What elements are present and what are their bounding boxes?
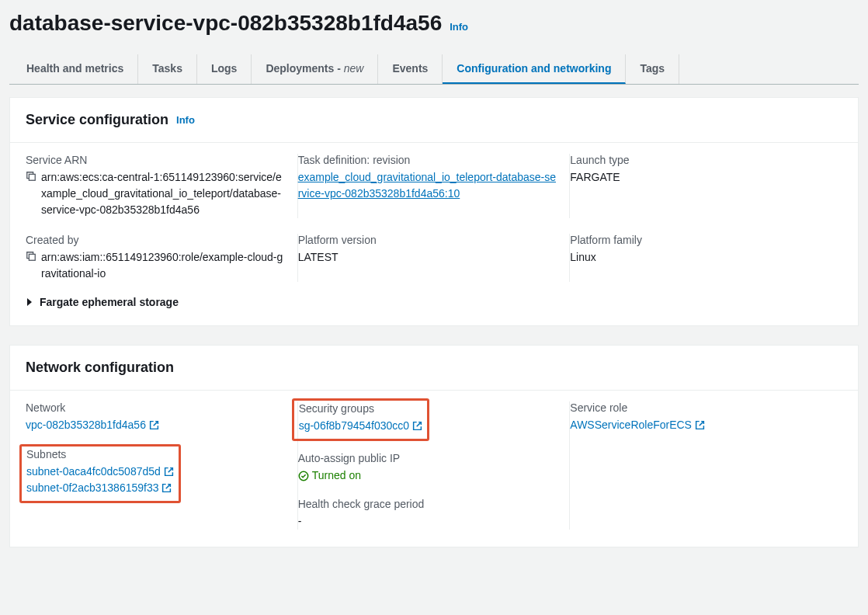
auto-ip-label: Auto-assign public IP [298,452,557,464]
service-config-info[interactable]: Info [176,114,195,126]
caret-right-icon [26,298,33,306]
external-link-icon [149,420,159,430]
task-def-link[interactable]: example_cloud_gravitational_io_teleport-… [298,169,557,202]
external-link-icon [412,421,422,431]
platform-family-label: Platform family [570,234,828,246]
copy-icon[interactable] [26,251,36,262]
service-arn-label: Service ARN [26,154,284,166]
subnet-link-0[interactable]: subnet-0aca4fc0dc5087d5d [26,464,174,480]
info-link[interactable]: Info [450,21,468,33]
platform-version-label: Platform version [298,234,557,246]
launch-type-label: Launch type [570,154,828,166]
external-link-icon [164,467,174,477]
subnet-link-1[interactable]: subnet-0f2acb31386159f33 [26,480,172,496]
security-group-link[interactable]: sg-06f8b79454f030cc0 [299,418,422,434]
created-by-label: Created by [26,234,284,246]
external-link-icon [695,420,705,430]
security-groups-highlight: Security groups sg-06f8b79454f030cc0 [292,398,429,441]
subnets-highlight: Subnets subnet-0aca4fc0dc5087d5d [19,444,181,503]
network-link[interactable]: vpc-082b35328b1fd4a56 [26,417,159,433]
created-by-value: arn:aws:iam::651149123960:role/example-c… [41,249,284,282]
tab-deployments[interactable]: Deployments - new [252,54,378,84]
svg-rect-0 [29,174,35,180]
service-arn-value: arn:aws:ecs:ca-central-1:651149123960:se… [41,169,284,218]
fargate-storage-label: Fargate ephemeral storage [40,296,179,308]
service-config-title: Service configuration [26,112,168,128]
check-circle-icon [298,471,309,481]
external-link-icon [161,483,172,493]
tab-events[interactable]: Events [378,54,443,84]
tab-tasks[interactable]: Tasks [138,54,197,84]
network-label: Network [26,401,284,414]
service-config-panel: Service configuration Info Service ARN a… [9,97,859,326]
platform-version-value: LATEST [298,249,557,266]
tabs-bar: Health and metrics Tasks Logs Deployment… [9,54,859,85]
tab-deployments-new: new [344,62,364,75]
tab-logs[interactable]: Logs [197,54,252,84]
network-config-panel: Network configuration Network vpc-082b35… [9,345,859,547]
page-title: database-service-vpc-082b35328b1fd4a56 I… [9,11,859,36]
security-groups-label: Security groups [299,402,422,415]
tab-config[interactable]: Configuration and networking [443,54,626,84]
tab-deployments-label: Deployments - [266,62,343,75]
platform-family-value: Linux [570,249,828,266]
service-role-label: Service role [570,401,828,414]
network-config-title: Network configuration [26,360,174,376]
tab-health[interactable]: Health and metrics [12,54,138,84]
tab-tags[interactable]: Tags [626,54,679,84]
title-text: database-service-vpc-082b35328b1fd4a56 [9,11,442,36]
svg-rect-1 [29,254,35,260]
subnets-label: Subnets [26,448,174,460]
health-check-value: - [298,513,557,530]
copy-icon[interactable] [26,171,36,182]
service-role-link[interactable]: AWSServiceRoleForECS [570,417,705,433]
task-def-label: Task definition: revision [298,154,557,166]
fargate-storage-toggle[interactable]: Fargate ephemeral storage [26,296,842,308]
launch-type-value: FARGATE [570,169,828,186]
health-check-label: Health check grace period [298,498,557,510]
auto-ip-value: Turned on [298,467,557,484]
